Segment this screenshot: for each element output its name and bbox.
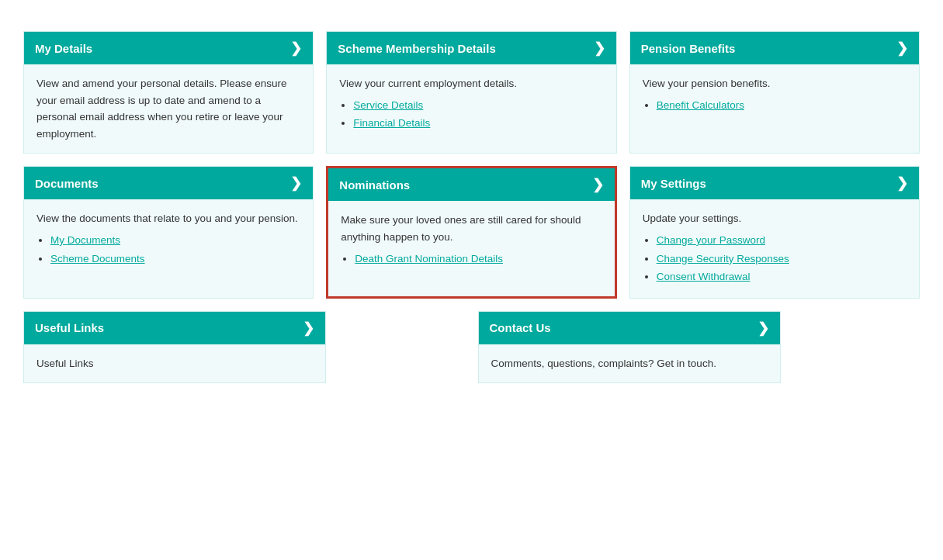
card-text-useful-links: Useful Links xyxy=(36,355,313,372)
card-links-documents: My DocumentsScheme Documents xyxy=(50,232,300,267)
list-item: Service Details xyxy=(353,97,603,114)
card-my-details: My Details❯View and amend your personal … xyxy=(23,31,314,154)
arrow-icon-my-details: ❯ xyxy=(290,40,302,57)
arrow-icon-contact-us: ❯ xyxy=(758,320,769,337)
card-text-scheme-membership: View your current employment details. xyxy=(339,75,603,92)
card-title-contact-us: Contact Us xyxy=(490,321,551,334)
link-benefit-calculators[interactable]: Benefit Calculators xyxy=(657,99,744,111)
bottom-grid: Useful Links❯Useful LinksContact Us❯Comm… xyxy=(23,311,920,384)
arrow-icon-my-settings: ❯ xyxy=(896,175,908,192)
card-text-my-details: View and amend your personal details. Pl… xyxy=(36,75,300,142)
card-body-useful-links: Useful Links xyxy=(24,344,325,383)
arrow-icon-nominations: ❯ xyxy=(592,176,604,193)
list-item: Benefit Calculators xyxy=(657,97,907,114)
card-links-my-settings: Change your PasswordChange Security Resp… xyxy=(657,232,907,285)
card-header-my-settings[interactable]: My Settings❯ xyxy=(630,167,919,199)
link-change-security-responses[interactable]: Change Security Responses xyxy=(657,253,789,264)
main-grid: My Details❯View and amend your personal … xyxy=(23,31,920,299)
card-body-nominations: Make sure your loved ones are still care… xyxy=(328,201,614,296)
link-my-documents[interactable]: My Documents xyxy=(50,234,120,246)
card-links-scheme-membership: Service DetailsFinancial Details xyxy=(353,97,603,132)
card-text-my-settings: Update your settings. xyxy=(643,210,907,227)
card-header-contact-us[interactable]: Contact Us❯ xyxy=(479,312,780,344)
card-body-pension-benefits: View your pension benefits.Benefit Calcu… xyxy=(630,64,919,153)
link-change-your-password[interactable]: Change your Password xyxy=(657,234,765,246)
card-body-my-settings: Update your settings.Change your Passwor… xyxy=(630,199,919,297)
card-text-pension-benefits: View your pension benefits. xyxy=(643,75,907,92)
list-item: Scheme Documents xyxy=(50,251,300,268)
list-item: Financial Details xyxy=(353,115,603,132)
card-header-my-details[interactable]: My Details❯ xyxy=(24,32,313,64)
card-links-nominations: Death Grant Nomination Details xyxy=(355,251,602,268)
list-item: My Documents xyxy=(50,232,300,249)
list-item: Consent Withdrawal xyxy=(657,268,907,285)
card-pension-benefits: Pension Benefits❯View your pension benef… xyxy=(629,31,920,154)
list-item: Change Security Responses xyxy=(657,251,907,268)
card-title-pension-benefits: Pension Benefits xyxy=(641,42,736,55)
card-useful-links: Useful Links❯Useful Links xyxy=(23,311,326,384)
card-body-scheme-membership: View your current employment details.Ser… xyxy=(327,64,615,153)
card-text-contact-us: Comments, questions, complaints? Get in … xyxy=(491,355,768,372)
card-text-nominations: Make sure your loved ones are still care… xyxy=(341,212,602,245)
card-documents: Documents❯View the documents that relate… xyxy=(23,166,314,298)
card-header-scheme-membership[interactable]: Scheme Membership Details❯ xyxy=(327,32,615,64)
card-contact-us: Contact Us❯Comments, questions, complain… xyxy=(478,311,781,384)
link-consent-withdrawal[interactable]: Consent Withdrawal xyxy=(657,271,751,282)
card-title-documents: Documents xyxy=(35,177,99,190)
card-title-my-settings: My Settings xyxy=(641,177,706,190)
arrow-icon-pension-benefits: ❯ xyxy=(896,40,908,57)
link-scheme-documents[interactable]: Scheme Documents xyxy=(50,253,145,264)
card-body-documents: View the documents that relate to you an… xyxy=(24,199,313,297)
link-death-grant-nomination-details[interactable]: Death Grant Nomination Details xyxy=(355,253,503,264)
card-body-contact-us: Comments, questions, complaints? Get in … xyxy=(479,344,780,383)
link-service-details[interactable]: Service Details xyxy=(353,99,423,111)
card-links-pension-benefits: Benefit Calculators xyxy=(657,97,907,114)
arrow-icon-scheme-membership: ❯ xyxy=(594,40,605,57)
card-nominations: Nominations❯Make sure your loved ones ar… xyxy=(326,166,616,298)
card-scheme-membership: Scheme Membership Details❯View your curr… xyxy=(326,31,616,154)
arrow-icon-useful-links: ❯ xyxy=(303,320,314,337)
card-title-my-details: My Details xyxy=(35,42,92,55)
card-title-nominations: Nominations xyxy=(339,178,410,192)
card-header-useful-links[interactable]: Useful Links❯ xyxy=(24,312,325,344)
card-title-useful-links: Useful Links xyxy=(35,321,104,334)
card-header-pension-benefits[interactable]: Pension Benefits❯ xyxy=(630,32,919,64)
card-text-documents: View the documents that relate to you an… xyxy=(36,210,300,227)
card-title-scheme-membership: Scheme Membership Details xyxy=(338,42,495,55)
card-header-nominations[interactable]: Nominations❯ xyxy=(328,168,614,201)
arrow-icon-documents: ❯ xyxy=(290,175,302,192)
list-item: Death Grant Nomination Details xyxy=(355,251,602,268)
card-header-documents[interactable]: Documents❯ xyxy=(24,167,313,199)
card-body-my-details: View and amend your personal details. Pl… xyxy=(24,64,313,153)
list-item: Change your Password xyxy=(657,232,907,249)
link-financial-details[interactable]: Financial Details xyxy=(353,117,430,129)
card-my-settings: My Settings❯Update your settings.Change … xyxy=(629,166,920,298)
